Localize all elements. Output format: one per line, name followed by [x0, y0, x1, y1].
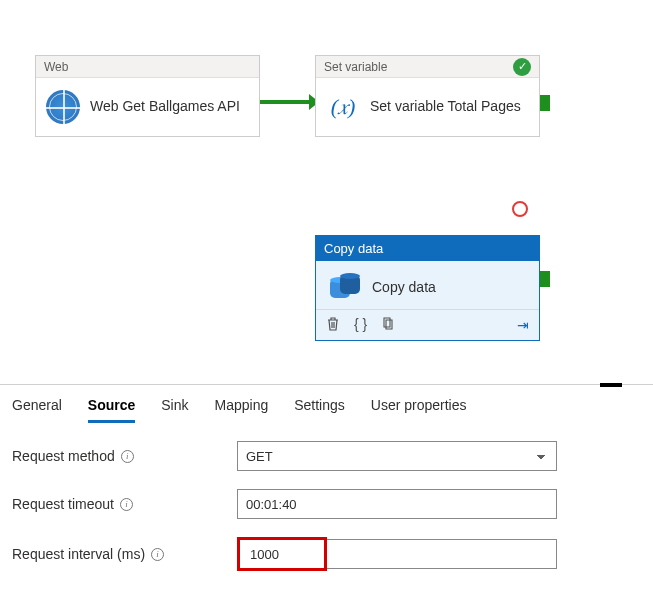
label-request-timeout: Request timeout i: [12, 496, 237, 512]
activity-web-header: Web: [36, 56, 259, 78]
pipeline-canvas[interactable]: Web Web Get Ballgames API Set variable ✓…: [0, 0, 653, 380]
activity-copy-label: Copy data: [372, 279, 436, 295]
tick-mark: [600, 383, 622, 387]
activity-set-variable-type: Set variable: [324, 60, 387, 74]
activity-copy-toolbar: { } ⇥: [316, 309, 539, 340]
tab-settings[interactable]: Settings: [294, 397, 345, 423]
trash-icon: [326, 316, 340, 331]
activity-set-variable[interactable]: Set variable ✓ (𝑥) Set variable Total Pa…: [315, 55, 540, 137]
tab-source[interactable]: Source: [88, 397, 135, 423]
globe-icon: [46, 90, 80, 124]
activity-web-type: Web: [44, 60, 68, 74]
copy-data-icon: [330, 273, 360, 301]
open-activity-button[interactable]: ⇥: [517, 317, 529, 333]
tab-user-properties[interactable]: User properties: [371, 397, 467, 423]
label-request-interval: Request interval (ms) i: [12, 546, 237, 562]
connector-success[interactable]: [260, 100, 315, 104]
info-icon[interactable]: i: [120, 498, 133, 511]
variable-icon: (𝑥): [326, 90, 360, 124]
properties-tabs: General Source Sink Mapping Settings Use…: [0, 385, 653, 423]
activity-set-variable-label: Set variable Total Pages: [370, 98, 521, 116]
status-ring-icon: [512, 201, 528, 217]
tab-mapping[interactable]: Mapping: [215, 397, 269, 423]
output-port-copy-data[interactable]: [540, 271, 550, 287]
copy-icon: [381, 316, 395, 331]
activity-web-label: Web Get Ballgames API: [90, 98, 240, 116]
request-method-select[interactable]: GET: [237, 441, 557, 471]
success-icon: ✓: [513, 58, 531, 76]
output-port-set-variable[interactable]: [540, 95, 550, 111]
activity-copy-header: Copy data: [316, 236, 539, 261]
activity-set-variable-header: Set variable ✓: [316, 56, 539, 78]
delete-activity-button[interactable]: [326, 316, 340, 334]
tab-sink[interactable]: Sink: [161, 397, 188, 423]
tab-general[interactable]: General: [12, 397, 62, 423]
activity-copy-data[interactable]: Copy data Copy data { } ⇥: [315, 235, 540, 341]
source-form: Request method i GET Request timeout i R…: [0, 423, 653, 589]
request-timeout-input[interactable]: [237, 489, 557, 519]
info-icon[interactable]: i: [121, 450, 134, 463]
request-interval-input[interactable]: 1000: [237, 537, 327, 571]
info-icon[interactable]: i: [151, 548, 164, 561]
label-request-method: Request method i: [12, 448, 237, 464]
request-interval-input-extent[interactable]: [327, 539, 557, 569]
code-view-button[interactable]: { }: [354, 316, 367, 334]
clone-activity-button[interactable]: [381, 316, 395, 334]
activity-web[interactable]: Web Web Get Ballgames API: [35, 55, 260, 137]
